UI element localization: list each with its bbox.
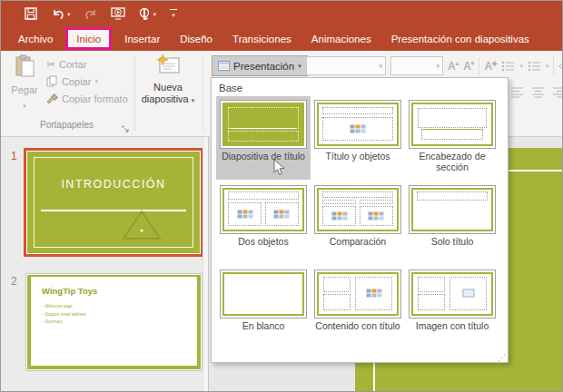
layout-option-label: Dos objetos <box>219 237 308 258</box>
layout-thumbnail <box>220 270 307 318</box>
indent-icon <box>558 61 563 72</box>
slide-2-thumbnail[interactable]: WingTip Toys Welcome page Support email … <box>25 273 202 371</box>
layout-thumbnail <box>409 270 496 318</box>
tab-animaciones[interactable]: Animaciones <box>301 26 381 51</box>
layout-button-label: Presentación <box>233 61 294 72</box>
mouse-cursor-icon <box>273 159 285 176</box>
powerpoint-window: ▾ ▾ ▾ ArchivoInicioInsertarDiseñoTransic… <box>0 0 563 392</box>
touch-mode-button[interactable]: ▾ <box>139 7 157 20</box>
thumbnails-scrollbar[interactable] <box>202 137 208 391</box>
layout-icon <box>218 61 230 71</box>
layout-option-section-header[interactable]: Encabezado de sección <box>405 96 499 180</box>
layout-option-label: Diapositiva de título <box>219 152 308 172</box>
layout-thumbnail <box>220 185 307 234</box>
layout-option-label: En blanco <box>219 321 308 342</box>
layout-option-content-caption[interactable]: Contenido con título <box>311 266 405 348</box>
tab-transiciones[interactable]: Transiciones <box>222 26 301 51</box>
tab-inicio[interactable]: Inicio <box>65 27 112 50</box>
paste-button[interactable]: Pegar ▾ <box>6 54 43 123</box>
bullets-icon <box>501 61 515 72</box>
font-name-combo: ▾ <box>306 56 386 75</box>
layout-thumbnail <box>314 100 401 149</box>
tab-archivo[interactable]: Archivo <box>8 26 63 51</box>
slide-1-number: 1 <box>11 150 17 162</box>
copy-button: Copiar ▾ <box>46 73 128 90</box>
layout-option-label: Contenido con título <box>313 321 402 342</box>
layout-button[interactable]: Presentación ▾ <box>212 55 308 76</box>
layout-option-label: Solo título <box>408 237 497 258</box>
increase-font-size-icon: A▴ <box>448 60 459 73</box>
undo-button[interactable]: ▾ <box>51 8 71 20</box>
slide-2-bullets: Welcome page Support email address Summa… <box>42 303 86 327</box>
align-left-icon <box>511 87 524 98</box>
content-placeholder-icons <box>366 289 381 298</box>
gallery-section-header: Base <box>212 78 508 96</box>
layout-thumbnail <box>409 185 496 234</box>
layout-thumbnail <box>314 270 401 318</box>
layout-gallery-dropdown: Base Diapositiva de títuloTítulo y objet… <box>211 77 509 363</box>
triangle-shape <box>121 209 163 241</box>
tab-presentación-con-diapositivas[interactable]: Presentación con diapositivas <box>381 26 539 51</box>
copy-icon <box>46 75 58 87</box>
format-painter-button: Copiar formato <box>46 90 128 107</box>
layout-option-label: Imagen con título <box>408 321 497 342</box>
content-placeholder-icons <box>274 210 290 218</box>
copy-caret-icon: ▾ <box>94 78 98 84</box>
content-placeholder-icons <box>331 211 347 220</box>
cut-label: Cortar <box>59 59 87 70</box>
content-placeholder-icons <box>351 125 366 133</box>
layout-option-two-content[interactable]: Dos objetos <box>216 181 311 264</box>
touch-mode-caret-icon[interactable]: ▾ <box>153 11 157 17</box>
format-painter-label: Copiar formato <box>62 93 128 104</box>
content-placeholder-icons <box>369 211 384 220</box>
clipboard-group-footer: Portapapeles <box>1 120 133 130</box>
cut-button: ✂ Cortar <box>46 55 128 73</box>
layout-thumbnail <box>314 185 401 234</box>
gallery-resize-grip[interactable]: ⋰ <box>498 353 506 362</box>
layout-option-title-only[interactable]: Solo título <box>405 181 499 264</box>
slide-1-thumbnail[interactable]: INTRODUCCIÓN <box>24 148 203 257</box>
paste-icon <box>15 54 35 78</box>
tab-diseño[interactable]: Diseño <box>170 26 222 51</box>
bullet-item: Summary <box>42 318 86 327</box>
cut-icon: ✂ <box>46 58 55 71</box>
save-icon[interactable] <box>25 7 37 20</box>
start-slideshow-icon[interactable] <box>111 7 125 20</box>
clear-formatting-icon: A◆ <box>484 60 497 73</box>
redo-button <box>84 8 97 20</box>
picture-placeholder-icon <box>462 289 474 298</box>
align-right-icon <box>553 87 563 98</box>
layout-option-label: Encabezado de sección <box>408 152 497 173</box>
bullet-item: Support email address <box>42 311 86 319</box>
bullet-item: Welcome page <box>42 303 86 311</box>
undo-caret-icon[interactable]: ▾ <box>67 11 71 17</box>
clipboard-group-label: Portapapeles <box>40 120 94 130</box>
ribbon-tabs: ArchivoInicioInsertarDiseñoTransicionesA… <box>1 26 562 51</box>
title-bar: ▾ ▾ ▾ <box>1 1 562 26</box>
customize-qat-icon[interactable]: ▾ <box>170 9 177 19</box>
new-slide-icon <box>156 54 181 76</box>
align-center-icon <box>532 87 545 98</box>
layout-thumbnail <box>409 100 496 149</box>
copy-label: Copiar <box>62 76 91 87</box>
font-size-combo: ▾ <box>390 56 443 75</box>
format-painter-icon <box>46 93 58 104</box>
new-slide-caret-icon: ▾ <box>192 97 195 103</box>
new-slide-button[interactable]: Nueva diapositiva ▾ <box>139 54 197 123</box>
layout-option-comparison[interactable]: Comparación <box>311 181 405 264</box>
numbering-icon <box>528 61 541 72</box>
layout-option-title-content[interactable]: Título y objetos <box>311 96 405 180</box>
slide-1-title: INTRODUCCIÓN <box>27 178 200 191</box>
clipboard-dialog-launcher-icon[interactable] <box>122 121 130 137</box>
content-placeholder-icons <box>237 210 252 218</box>
paste-label: Pegar <box>6 84 43 95</box>
layout-thumbnail <box>220 100 307 149</box>
layout-option-title-slide[interactable]: Diapositiva de título <box>216 96 311 180</box>
layout-option-picture-caption[interactable]: Imagen con título <box>405 266 499 348</box>
tab-insertar[interactable]: Insertar <box>114 26 170 51</box>
slide-thumbnails-panel: 1 INTRODUCCIÓN 2 WingTip Toys Welcome pa… <box>1 137 209 391</box>
new-slide-label: Nueva diapositiva ▾ <box>139 82 197 104</box>
layout-option-blank[interactable]: En blanco <box>216 266 311 348</box>
layout-gallery-grid: Diapositiva de títuloTítulo y objetosEnc… <box>212 96 508 348</box>
paste-caret-icon: ▾ <box>23 103 26 109</box>
